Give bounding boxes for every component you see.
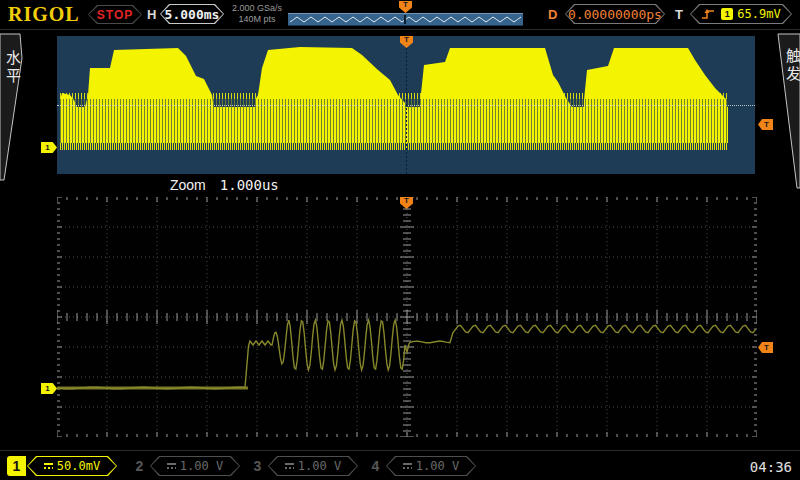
delay-label: D [548, 7, 557, 22]
channel-3-number: 3 [248, 456, 267, 476]
rigol-logo: RIGOL [8, 3, 80, 26]
trigger-level-value: 65.9mV [737, 7, 780, 21]
channel-status-bar: 150.0mV21.00 V31.00 V41.00 V 04:36 [0, 450, 800, 480]
waveform-fringe [60, 143, 728, 150]
trigger-position-marker-topbar[interactable]: T [399, 1, 412, 13]
channel-4-badge[interactable]: 41.00 V [366, 456, 478, 476]
channel-2-number: 2 [130, 456, 149, 476]
channel-2-scale-badge: 1.00 V [150, 456, 240, 476]
zoom-scale-readout: Zoom1.000us [170, 177, 279, 193]
delay-value: 0.00000000ps [568, 7, 662, 22]
horizontal-tab-label: 水平 [2, 50, 23, 86]
trigger-badge[interactable]: 1 65.9mV [690, 4, 792, 24]
memory-depth: 140M pts [228, 14, 286, 25]
channel-4-scale-value: 1.00 V [416, 459, 459, 473]
run-status-text: STOP [97, 8, 133, 22]
channel-2-coupling-icon [167, 463, 176, 469]
channel-1-badge[interactable]: 150.0mV [7, 456, 119, 476]
trigger-level-marker-zoom[interactable]: T [758, 342, 773, 353]
timebase-value: 5.000ms [165, 7, 220, 22]
trigger-position-line [406, 36, 407, 174]
channel-3-badge[interactable]: 31.00 V [248, 456, 360, 476]
channel1-position-marker-main[interactable]: 1 [41, 142, 57, 153]
waveform-position-bar[interactable] [288, 13, 523, 26]
channel-1-scale-badge: 50.0mV [27, 456, 117, 476]
channel-4-number: 4 [366, 456, 385, 476]
status-bar: RIGOL STOP H 5.000ms 2.000 GSa/s 140M pt… [0, 0, 800, 30]
trigger-tab-label: 触发 [782, 48, 800, 84]
horizontal-label: H [147, 7, 156, 22]
channel-3-scale-value: 1.00 V [298, 459, 341, 473]
clock: 04:36 [750, 459, 792, 475]
channel-1-number: 1 [7, 456, 26, 476]
horizontal-menu-tab[interactable]: 水平 [0, 32, 26, 182]
zoom-label: Zoom [170, 177, 206, 193]
channel-4-scale-badge: 1.00 V [386, 456, 476, 476]
trigger-edge-icon [701, 8, 717, 20]
trigger-source-chip: 1 [721, 8, 733, 20]
oscilloscope-screen: RIGOL STOP H 5.000ms 2.000 GSa/s 140M pt… [0, 0, 800, 480]
zoom-timebase-value: 1.000us [220, 177, 279, 193]
channel1-position-marker-zoom[interactable]: 1 [41, 383, 57, 394]
acquisition-info: 2.000 GSa/s 140M pts [228, 3, 286, 25]
trigger-label: T [675, 7, 683, 22]
run-status-badge[interactable]: STOP [88, 5, 142, 24]
sample-rate: 2.000 GSa/s [228, 3, 286, 14]
channel-2-badge[interactable]: 21.00 V [130, 456, 242, 476]
trigger-level-marker-main[interactable]: T [758, 119, 773, 130]
main-waveform-display [57, 36, 755, 174]
channel-1-scale-value: 50.0mV [57, 459, 100, 473]
channel-3-scale-badge: 1.00 V [268, 456, 358, 476]
channel-2-scale-value: 1.00 V [180, 459, 223, 473]
channel-1-coupling-icon [44, 463, 53, 469]
delay-badge[interactable]: 0.00000000ps [565, 4, 665, 24]
zoom-trace [57, 320, 756, 389]
timebase-badge[interactable]: 5.000ms [160, 4, 224, 24]
channel-3-coupling-icon [285, 463, 294, 469]
trigger-menu-tab[interactable]: 触发 [774, 32, 800, 190]
zoom-waveform-display [57, 197, 757, 437]
channel-4-coupling-icon [403, 463, 412, 469]
